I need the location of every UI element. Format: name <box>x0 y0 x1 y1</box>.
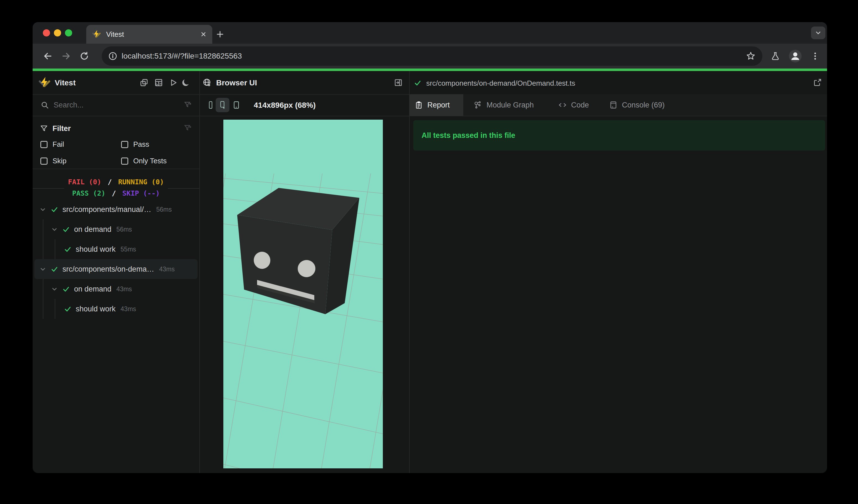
browser-tab[interactable]: Vitest <box>86 25 212 44</box>
file-pass-check-icon <box>414 79 422 87</box>
filter-option-pass[interactable]: Pass <box>121 140 149 149</box>
only-tests-checkbox[interactable] <box>121 158 128 165</box>
preview-divider[interactable] <box>409 71 410 473</box>
minimize-window-button[interactable] <box>54 29 61 36</box>
filter-title: Filter <box>52 124 71 133</box>
close-window-button[interactable] <box>43 29 50 36</box>
dashboard-icon[interactable] <box>154 78 163 87</box>
chevron-down-icon[interactable] <box>39 206 46 213</box>
chevron-down-icon[interactable] <box>51 286 58 293</box>
filter-option-only-tests[interactable]: Only Tests <box>121 157 167 165</box>
sidebar-title: Vitest <box>55 79 76 87</box>
fail-count: FAIL (0) <box>68 178 101 186</box>
new-tab-button[interactable] <box>216 30 224 39</box>
tab-code[interactable]: Code <box>558 94 589 116</box>
tree-suite-row[interactable]: on demand 43ms <box>33 279 199 299</box>
running-count: RUNNING (0) <box>118 178 164 186</box>
tab-console-label: Console (69) <box>622 101 665 110</box>
code-icon <box>558 101 567 109</box>
console-icon <box>609 101 618 109</box>
filter-option-fail[interactable]: Fail <box>41 140 64 149</box>
tab-module-graph-label: Module Graph <box>487 101 534 110</box>
clear-search-filter-icon[interactable] <box>184 101 192 110</box>
fail-label: Fail <box>52 140 64 149</box>
vitest-accent-bar <box>33 68 827 71</box>
tab-report[interactable]: Report <box>415 94 450 116</box>
pass-checkbox[interactable] <box>121 141 128 148</box>
only-tests-label: Only Tests <box>133 157 167 165</box>
sidebar-divider[interactable] <box>199 71 200 473</box>
dark-mode-moon-icon[interactable] <box>181 78 191 87</box>
fail-checkbox[interactable] <box>41 141 48 148</box>
close-tab-icon[interactable] <box>200 31 207 37</box>
tab-code-label: Code <box>571 101 589 110</box>
tested-app-viewport[interactable] <box>223 120 383 468</box>
experiments-flask-icon[interactable] <box>770 51 781 61</box>
device-phone-small-icon[interactable] <box>206 100 215 110</box>
tree-file-row[interactable]: src/components/manual/… 56ms <box>33 199 199 220</box>
url-text[interactable]: localhost:5173/#/?file=1828625563 <box>122 52 242 61</box>
reload-button[interactable] <box>79 51 90 61</box>
test-summary: FAIL (0) / RUNNING (0) PASS (2) / SKIP (… <box>33 176 199 199</box>
tab-console[interactable]: Console (69) <box>609 94 665 116</box>
suite-name: on demand <box>74 225 111 234</box>
test-file-name: src/components/on-dema… <box>62 265 154 274</box>
tab-module-graph[interactable]: Module Graph <box>473 94 534 116</box>
test-duration: 43ms <box>159 265 175 273</box>
banner-text: All tests passed in this file <box>422 131 515 140</box>
pass-check-icon <box>62 285 70 293</box>
pass-label: Pass <box>133 140 149 149</box>
tab-search-button[interactable] <box>811 27 825 39</box>
test-duration: 56ms <box>156 206 172 213</box>
chevron-down-icon[interactable] <box>51 226 58 233</box>
filter-option-skip[interactable]: Skip <box>41 157 67 165</box>
clear-filter-icon[interactable] <box>184 124 192 133</box>
dock-panel-right-icon[interactable] <box>394 78 403 87</box>
pass-check-icon <box>64 305 72 313</box>
viewport-dimensions[interactable]: 414x896px (68%) <box>254 101 316 110</box>
open-external-icon[interactable] <box>813 78 822 87</box>
test-name: should work <box>76 245 115 254</box>
test-file-path: src/components/on-demand/OnDemand.test.t… <box>426 79 575 87</box>
preview-panel-title: Browser UI <box>216 79 257 87</box>
vitest-logo-icon <box>38 76 51 89</box>
run-all-icon[interactable] <box>169 78 178 87</box>
tree-suite-row[interactable]: on demand 56ms <box>33 220 199 239</box>
pass-check-icon <box>62 225 70 233</box>
skip-count: SKIP (--) <box>123 189 160 197</box>
tab-title: Vitest <box>106 30 200 39</box>
browser-window: Vitest localhost:5173/#/?file=1828625563 <box>33 22 827 473</box>
site-info-icon[interactable] <box>108 52 117 61</box>
search-icon <box>41 101 49 110</box>
globe-icon <box>202 78 212 87</box>
vitest-favicon-icon <box>92 30 101 39</box>
device-phone-plus-icon[interactable] <box>218 100 227 110</box>
tree-test-row[interactable]: should work 55ms <box>33 239 199 259</box>
pass-count: PASS (2) <box>72 189 105 197</box>
chevron-down-icon[interactable] <box>39 265 46 273</box>
test-duration: 55ms <box>121 246 136 253</box>
search-input[interactable] <box>53 101 159 110</box>
pass-check-icon <box>50 205 59 214</box>
screenshot-stage: Vitest localhost:5173/#/?file=1828625563 <box>0 0 858 504</box>
robot-cube <box>237 188 359 314</box>
test-file-name: src/components/manual/… <box>62 205 151 214</box>
skip-checkbox[interactable] <box>41 158 48 165</box>
module-graph-icon <box>473 101 482 110</box>
tree-test-row[interactable]: should work 43ms <box>33 299 199 319</box>
profile-avatar[interactable] <box>789 49 802 63</box>
browser-menu-icon[interactable] <box>810 51 821 61</box>
summary-line-1: FAIL (0) / RUNNING (0) <box>68 176 164 188</box>
device-tablet-icon[interactable] <box>232 100 241 110</box>
forward-button[interactable] <box>61 51 71 61</box>
suite-name: on demand <box>74 285 111 293</box>
address-bar[interactable]: localhost:5173/#/?file=1828625563 <box>102 46 762 66</box>
zoom-window-button[interactable] <box>65 29 72 36</box>
collapse-panels-icon[interactable] <box>139 78 149 87</box>
filter-funnel-icon <box>40 124 48 133</box>
bookmark-star-icon[interactable] <box>746 51 756 61</box>
pass-check-icon <box>64 245 72 254</box>
back-button[interactable] <box>43 51 53 61</box>
tree-file-row-selected[interactable]: src/components/on-dema… 43ms <box>33 259 199 279</box>
filter-divider <box>33 168 199 169</box>
